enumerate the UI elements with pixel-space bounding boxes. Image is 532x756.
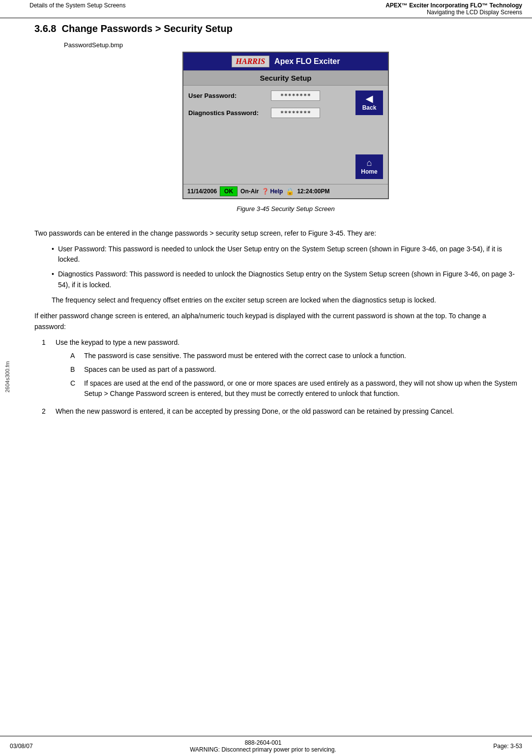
num-label-1: 1: [42, 337, 50, 402]
footer-center-line2: WARNING: Disconnect primary power prior …: [190, 746, 336, 753]
home-icon: ⌂: [367, 158, 372, 167]
lcd-fields: User Password: ******** Diagnostics Pass…: [188, 91, 353, 179]
field-row-diag: Diagnostics Password: ********: [188, 108, 353, 118]
lcd-time: 12:24:00PM: [297, 188, 329, 195]
numbered-item-2: 2 When the new password is entered, it c…: [42, 406, 517, 417]
back-arrow-icon: ◀: [366, 94, 373, 103]
bullet-dot-1: •: [52, 244, 54, 265]
user-password-value: ********: [271, 91, 320, 101]
sub-text-1b: Spaces can be used as part of a password…: [84, 364, 216, 375]
bullet-item-1: • User Password: This password is needed…: [52, 244, 517, 265]
footer-right: Page: 3-53: [493, 743, 522, 750]
sub-item-1b: B Spaces can be used as part of a passwo…: [70, 364, 517, 375]
lcd-title-text: Apex FLO Exciter: [274, 57, 340, 66]
sub-list-1: A The password is case sensitive. The pa…: [70, 351, 517, 399]
diag-password-value: ********: [271, 108, 320, 118]
back-button-label: Back: [362, 104, 377, 111]
footer-center: 888-2604-001 WARNING: Disconnect primary…: [190, 739, 336, 753]
bullet-text-1: User Password: This password is needed t…: [58, 244, 517, 265]
lcd-help-button[interactable]: ❓ Help: [262, 188, 283, 195]
diag-password-label: Diagnostics Password:: [188, 109, 267, 117]
page-footer: 03/08/07 888-2604-001 WARNING: Disconnec…: [0, 736, 532, 756]
harris-text: HARRIS: [236, 57, 266, 65]
back-button[interactable]: ◀ Back: [355, 91, 383, 115]
sub-text-1c: If spaces are used at the end of the pas…: [84, 378, 517, 399]
bullet-list: • User Password: This password is needed…: [52, 244, 517, 291]
content-area: 2604s300.fm 3.6.8 Change Passwords > Sec…: [0, 18, 532, 736]
figure-container: PasswordSetup.bmp HARRIS Apex FLO Excite…: [54, 41, 517, 220]
lcd-body: User Password: ******** Diagnostics Pass…: [183, 86, 388, 184]
lcd-screen-header: Security Setup: [183, 70, 388, 86]
help-label: Help: [270, 188, 283, 195]
bullet-dot-2: •: [52, 269, 54, 290]
question-icon: ❓: [262, 188, 269, 195]
sub-item-1a: A The password is case sensitive. The pa…: [70, 351, 517, 362]
sub-label-1b: B: [70, 364, 78, 375]
num-content-1: Use the keypad to type a new password. A…: [56, 337, 517, 402]
side-label: 2604s300.fm: [0, 18, 15, 736]
indent-para: The frequency select and frequency offse…: [52, 295, 517, 306]
header-right-top: APEX™ Exciter Incorporating FLO™ Technol…: [385, 2, 522, 9]
num-text-1: Use the keypad to type a new password.: [56, 338, 179, 346]
bullet-item-2: • Diagnostics Password: This password is…: [52, 269, 517, 290]
lcd-status-bar: 11/14/2006 OK On-Air ❓ Help 🔒 12:24:00PM: [183, 184, 388, 198]
body-intro: Two passwords can be entered in the chan…: [34, 228, 517, 239]
sub-label-1c: C: [70, 378, 78, 399]
lcd-right-buttons: ◀ Back ⌂ Home: [355, 91, 383, 179]
header-right: APEX™ Exciter Incorporating FLO™ Technol…: [385, 2, 522, 16]
header-right-bottom: Navigating the LCD Display Screens: [385, 9, 522, 16]
header-left: Details of the System Setup Screens: [30, 2, 125, 9]
lcd-date: 11/14/2006: [187, 188, 217, 195]
header-left-text: Details of the System Setup Screens: [30, 2, 125, 9]
footer-left: 03/08/07: [10, 743, 33, 750]
body-para2: If either password change screen is ente…: [34, 311, 517, 332]
home-button[interactable]: ⌂ Home: [355, 154, 383, 179]
harris-logo: HARRIS: [232, 56, 270, 67]
section-heading: 3.6.8 Change Passwords > Security Setup: [34, 23, 517, 34]
num-text-2: When the new password is entered, it can…: [56, 406, 454, 417]
lcd-ok-button[interactable]: OK: [220, 186, 237, 196]
sub-label-1a: A: [70, 351, 78, 362]
numbered-list: 1 Use the keypad to type a new password.…: [42, 337, 517, 417]
lcd-screen: HARRIS Apex FLO Exciter Security Setup U…: [182, 52, 389, 199]
bullet-text-2: Diagnostics Password: This password is n…: [58, 269, 517, 290]
home-button-label: Home: [361, 168, 377, 175]
field-row-user: User Password: ********: [188, 91, 353, 101]
figure-filename: PasswordSetup.bmp: [64, 41, 123, 49]
figure-caption: Figure 3-45 Security Setup Screen: [236, 205, 334, 212]
footer-center-line1: 888-2604-001: [190, 739, 336, 746]
page: Details of the System Setup Screens APEX…: [0, 0, 532, 756]
num-label-2: 2: [42, 406, 50, 417]
main-content: 3.6.8 Change Passwords > Security Setup …: [15, 18, 532, 736]
lcd-top-bar: HARRIS Apex FLO Exciter: [183, 53, 388, 70]
lcd-on-air: On-Air: [240, 188, 259, 195]
section-title: Change Passwords > Security Setup: [62, 23, 233, 34]
lock-icon: 🔒: [286, 187, 294, 195]
section-number: 3.6.8: [34, 23, 56, 34]
user-password-label: User Password:: [188, 92, 267, 99]
numbered-item-1: 1 Use the keypad to type a new password.…: [42, 337, 517, 402]
page-header: Details of the System Setup Screens APEX…: [0, 0, 532, 18]
sub-item-1c: C If spaces are used at the end of the p…: [70, 378, 517, 399]
sub-text-1a: The password is case sensitive. The pass…: [84, 351, 406, 362]
